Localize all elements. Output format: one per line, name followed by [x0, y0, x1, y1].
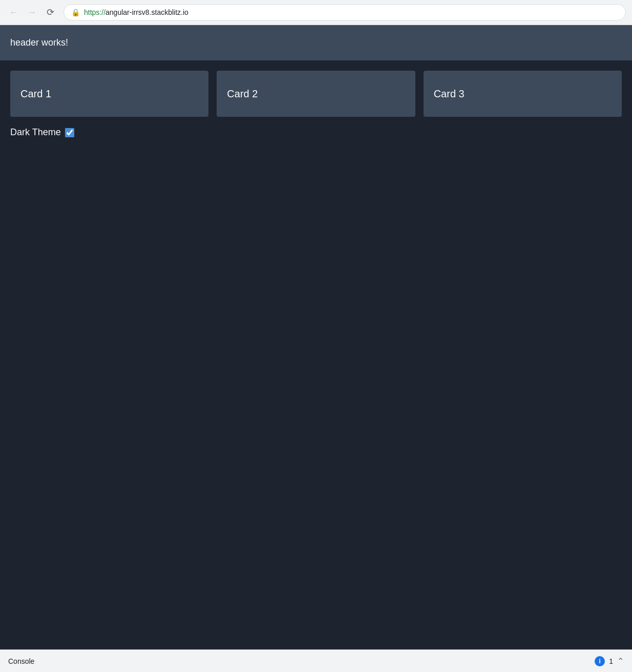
- card-2: Card 2: [217, 71, 415, 117]
- console-label: Console: [8, 657, 34, 665]
- card-3-label: Card 3: [434, 88, 465, 100]
- console-bar: Console i 1 ⌃: [0, 649, 632, 672]
- info-badge: i: [595, 656, 605, 666]
- browser-chrome: ← → ⟳ 🔒 https://angular-irrsv8.stackblit…: [0, 0, 632, 25]
- header-text: header works!: [10, 37, 68, 48]
- app-container: header works! Card 1 Card 2 Card 3 Dark …: [0, 25, 632, 649]
- main-content: Card 1 Card 2 Card 3 Dark Theme: [0, 60, 632, 649]
- theme-toggle-row: Dark Theme: [10, 127, 622, 138]
- app-header: header works!: [0, 25, 632, 60]
- chevron-up-button[interactable]: ⌃: [617, 656, 624, 666]
- forward-button[interactable]: →: [25, 5, 39, 19]
- reload-button[interactable]: ⟳: [43, 5, 57, 19]
- back-button[interactable]: ←: [6, 5, 20, 19]
- cards-row: Card 1 Card 2 Card 3: [10, 71, 622, 117]
- card-1: Card 1: [10, 71, 208, 117]
- address-bar[interactable]: 🔒 https://angular-irrsv8.stackblitz.io: [64, 4, 626, 20]
- card-3: Card 3: [424, 71, 622, 117]
- nav-buttons: ← → ⟳: [6, 5, 57, 19]
- lock-icon: 🔒: [71, 8, 80, 16]
- card-2-label: Card 2: [227, 88, 258, 100]
- theme-toggle-label: Dark Theme: [10, 127, 61, 138]
- console-right: i 1 ⌃: [595, 656, 624, 666]
- dark-theme-checkbox[interactable]: [65, 128, 74, 137]
- card-1-label: Card 1: [20, 88, 51, 100]
- url-text: https://angular-irrsv8.stackblitz.io: [84, 8, 188, 17]
- console-count: 1: [609, 657, 613, 665]
